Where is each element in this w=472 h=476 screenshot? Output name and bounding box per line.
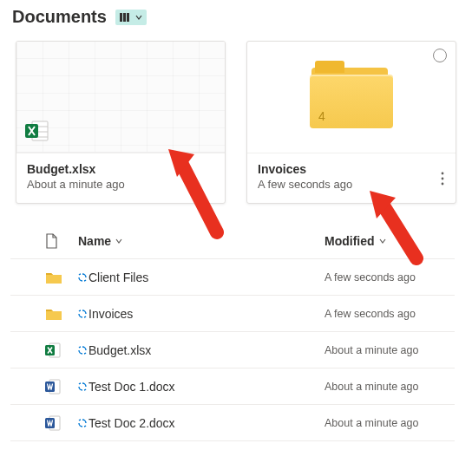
row-type-icon (45, 415, 78, 431)
row-name-text: Invoices (88, 307, 133, 321)
column-icon-header[interactable] (45, 233, 78, 249)
column-name-header[interactable]: Name (78, 234, 324, 248)
row-name-cell[interactable]: Budget.xlsx (78, 343, 324, 357)
sync-icon (78, 416, 87, 430)
row-name-text: Test Doc 2.docx (88, 416, 175, 430)
tile-preview-folder: 4 (247, 42, 456, 153)
tile-title: Budget.xlsx (27, 162, 214, 176)
sync-icon (78, 273, 87, 282)
chevron-down-icon (378, 237, 387, 245)
list-row[interactable]: Budget.xlsxAbout a minute ago (10, 332, 455, 368)
column-name-label: Name (78, 234, 111, 248)
sync-icon (78, 380, 87, 394)
library-title: Documents (12, 7, 107, 27)
word-icon (45, 379, 61, 394)
row-type-icon (45, 271, 78, 284)
sync-icon (78, 310, 87, 318)
tile-subtitle: About a minute ago (27, 178, 214, 191)
excel-icon (25, 120, 49, 145)
tile-title: Invoices (258, 162, 445, 176)
row-name-cell[interactable]: Invoices (78, 307, 324, 321)
file-list: Name Modified Client FilesA few seconds … (0, 212, 472, 448)
excel-icon (45, 342, 61, 358)
row-modified-text: A few seconds ago (324, 308, 455, 320)
chevron-down-icon (134, 11, 143, 23)
sync-icon (78, 419, 87, 427)
column-modified-label: Modified (324, 234, 375, 248)
folder-icon (45, 271, 62, 284)
sync-icon (78, 382, 87, 391)
sync-icon (78, 343, 87, 357)
row-name-text: Budget.xlsx (88, 343, 151, 357)
folder-item-count: 4 (318, 109, 325, 123)
tile-budget[interactable]: Budget.xlsx About a minute ago (16, 41, 226, 204)
sync-icon (78, 307, 87, 321)
list-header-row: Name Modified (10, 223, 455, 259)
list-row[interactable]: Test Doc 1.docxAbout a minute ago (10, 368, 455, 405)
tile-meta: Invoices A few seconds ago (247, 153, 456, 203)
svg-rect-1 (123, 13, 126, 22)
svg-rect-2 (127, 13, 129, 22)
view-toggle-button[interactable] (115, 10, 147, 25)
sync-icon (78, 346, 87, 355)
folder-icon (45, 307, 62, 321)
sync-icon (78, 271, 87, 284)
svg-point-9 (442, 177, 444, 179)
tiles-view-icon (119, 11, 134, 23)
row-modified-text: About a minute ago (324, 344, 455, 356)
svg-rect-0 (120, 13, 122, 22)
tile-invoices[interactable]: 4 Invoices A few seconds ago (246, 41, 456, 204)
more-actions-button[interactable] (435, 168, 450, 189)
row-name-cell[interactable]: Client Files (78, 271, 324, 284)
column-modified-header[interactable]: Modified (324, 234, 455, 248)
more-vertical-icon (441, 172, 444, 186)
svg-point-8 (442, 172, 444, 174)
row-name-text: Client Files (88, 271, 148, 284)
library-header: Documents (0, 0, 472, 32)
row-name-cell[interactable]: Test Doc 2.docx (78, 416, 324, 430)
tile-subtitle: A few seconds ago (258, 178, 445, 191)
tiles-row: Budget.xlsx About a minute ago 4 Invoice… (0, 32, 472, 212)
row-modified-text: About a minute ago (324, 381, 455, 393)
row-name-cell[interactable]: Test Doc 1.docx (78, 380, 324, 394)
word-icon (45, 415, 61, 431)
row-type-icon (45, 379, 78, 394)
row-name-text: Test Doc 1.docx (88, 380, 175, 394)
tile-preview-excel (16, 42, 225, 153)
list-row[interactable]: Test Doc 2.docxAbout a minute ago (10, 405, 455, 441)
row-type-icon (45, 307, 78, 321)
row-type-icon (45, 342, 78, 358)
list-row[interactable]: Client FilesA few seconds ago (10, 259, 455, 296)
svg-point-10 (442, 182, 444, 185)
chevron-down-icon (115, 237, 123, 245)
row-modified-text: A few seconds ago (324, 271, 455, 284)
file-icon (45, 233, 57, 249)
row-modified-text: About a minute ago (324, 417, 455, 429)
folder-icon: 4 (310, 66, 393, 128)
tile-meta: Budget.xlsx About a minute ago (16, 153, 225, 203)
list-row[interactable]: InvoicesA few seconds ago (10, 296, 455, 332)
